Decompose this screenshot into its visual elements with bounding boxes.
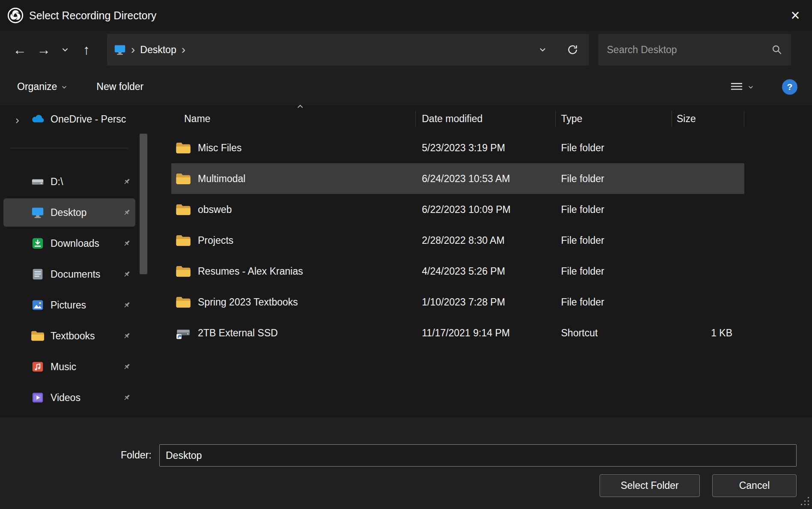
file-row[interactable]: Spring 2023 Textbooks 1/10/2023 7:28 PM … <box>171 287 744 317</box>
recent-locations-button[interactable] <box>56 37 75 63</box>
organize-label: Organize <box>17 81 57 93</box>
file-date: 6/22/2023 10:09 PM <box>415 204 555 216</box>
breadcrumb-separator: › <box>131 43 135 57</box>
file-name: obsweb <box>198 204 232 216</box>
breadcrumb-segment-desktop[interactable]: Desktop <box>140 44 176 56</box>
videos-icon <box>31 391 45 404</box>
sidebar-item-label: D:\ <box>51 176 122 188</box>
file-row[interactable]: Resumes - Alex Kranias 4/24/2023 5:26 PM… <box>171 256 744 287</box>
file-row[interactable]: 2TB External SSD 11/17/2021 9:14 PM Shor… <box>171 317 744 348</box>
file-name-cell: obsweb <box>171 203 415 216</box>
column-header-size[interactable]: Size <box>672 105 744 132</box>
location-desktop-icon <box>114 44 126 56</box>
sidebar-item-label: Textbooks <box>51 330 122 342</box>
address-dropdown-button[interactable] <box>533 38 552 62</box>
folder-icon <box>176 141 191 154</box>
column-header-date-modified[interactable]: Date modified <box>415 105 555 132</box>
sidebar-item-pictures[interactable]: Pictures <box>3 291 135 319</box>
select-folder-button[interactable]: Select Folder <box>600 474 700 497</box>
resize-grip[interactable] <box>801 497 809 507</box>
content-area: OneDrive - Persc D:\ <box>0 105 812 418</box>
file-name-cell: 2TB External SSD <box>171 326 415 339</box>
search-icon <box>771 44 782 55</box>
file-row-highlighted[interactable]: Multimodal 6/24/2023 10:53 AM File folde… <box>171 163 744 194</box>
file-name-cell: Spring 2023 Textbooks <box>171 296 415 308</box>
onedrive-icon <box>31 112 45 126</box>
organize-button[interactable]: Organize <box>17 81 67 93</box>
new-folder-label: New folder <box>96 81 143 93</box>
downloads-icon <box>31 237 45 250</box>
column-header-name[interactable]: Name <box>171 105 415 132</box>
sidebar-item-label: Videos <box>51 392 122 404</box>
pictures-icon <box>31 298 45 312</box>
sidebar-scrollbar[interactable] <box>140 134 147 274</box>
folder-name-input[interactable] <box>159 444 797 467</box>
search-box[interactable] <box>598 34 791 66</box>
window-title: Select Recording Directory <box>29 9 156 22</box>
dialog-footer: Folder: Select Folder Cancel <box>0 418 812 509</box>
forward-button[interactable]: → <box>32 37 56 63</box>
sidebar-item-textbooks[interactable]: Textbooks <box>3 322 135 350</box>
pin-icon <box>122 270 131 278</box>
pin-icon <box>122 301 131 309</box>
file-type: File folder <box>555 204 672 216</box>
chevron-down-icon <box>61 84 67 90</box>
search-input[interactable] <box>607 44 771 56</box>
file-row[interactable]: obsweb 6/22/2023 10:09 PM File folder <box>171 194 744 225</box>
breadcrumb-separator: › <box>182 43 185 57</box>
file-date: 1/10/2023 7:28 PM <box>415 296 555 308</box>
pin-icon <box>122 332 131 340</box>
new-folder-button[interactable]: New folder <box>96 81 143 93</box>
file-name: Multimodal <box>198 173 245 185</box>
sidebar-item-videos[interactable]: Videos <box>3 383 135 412</box>
refresh-icon <box>567 44 579 56</box>
pin-icon <box>122 239 131 248</box>
file-name: Misc Files <box>198 142 242 154</box>
close-button[interactable]: × <box>779 0 812 31</box>
folder-icon <box>31 329 45 343</box>
address-bar[interactable]: › Desktop › <box>107 34 589 66</box>
navigation-pane: OneDrive - Persc D:\ <box>0 105 154 418</box>
file-size: 1 KB <box>672 327 744 339</box>
change-view-button[interactable] <box>730 81 754 93</box>
refresh-button[interactable] <box>563 38 582 62</box>
pin-icon <box>122 393 131 402</box>
file-date: 5/23/2023 3:19 PM <box>415 142 555 154</box>
drive-shortcut-icon <box>176 326 191 339</box>
file-name: 2TB External SSD <box>198 327 278 339</box>
cancel-button[interactable]: Cancel <box>712 474 797 497</box>
drive-icon <box>31 175 45 189</box>
pin-icon <box>122 362 131 371</box>
file-row[interactable]: Projects 2/28/2022 8:30 AM File folder <box>171 225 744 256</box>
sidebar-item-desktop[interactable]: Desktop <box>3 198 135 227</box>
up-button[interactable]: ↑ <box>75 37 99 63</box>
sidebar-item-label: OneDrive - Persc <box>51 114 135 125</box>
folder-icon <box>176 203 191 216</box>
sidebar-item-label: Documents <box>51 269 122 280</box>
sidebar-item-label: Pictures <box>51 299 122 311</box>
file-type: File folder <box>555 266 672 277</box>
file-name: Resumes - Alex Kranias <box>198 266 303 277</box>
sidebar-item-onedrive[interactable]: OneDrive - Persc <box>3 105 135 133</box>
help-button[interactable]: ? <box>782 79 797 95</box>
file-name-cell: Resumes - Alex Kranias <box>171 265 415 278</box>
details-view-icon <box>730 81 743 93</box>
desktop-icon <box>31 206 45 219</box>
chevron-right-icon[interactable] <box>14 115 21 127</box>
sidebar-item-d-drive[interactable]: D:\ <box>3 168 135 196</box>
folder-icon <box>176 296 191 308</box>
sidebar-item-music[interactable]: Music <box>3 353 135 381</box>
column-header-type[interactable]: Type <box>555 105 672 132</box>
chevron-down-icon <box>539 46 546 54</box>
file-row[interactable]: Misc Files 5/23/2023 3:19 PM File folder <box>171 132 744 163</box>
folder-icon <box>176 234 191 247</box>
file-list-pane: Name Date modified Type Size Misc Files … <box>154 105 812 418</box>
file-type: File folder <box>555 296 672 308</box>
pin-icon <box>122 208 131 217</box>
sidebar-item-downloads[interactable]: Downloads <box>3 229 135 257</box>
back-button[interactable]: ← <box>8 37 32 63</box>
sidebar-item-label: Desktop <box>51 207 122 219</box>
file-date: 6/24/2023 10:53 AM <box>415 173 555 185</box>
sidebar-item-documents[interactable]: Documents <box>3 260 135 288</box>
file-name-cell: Projects <box>171 234 415 247</box>
